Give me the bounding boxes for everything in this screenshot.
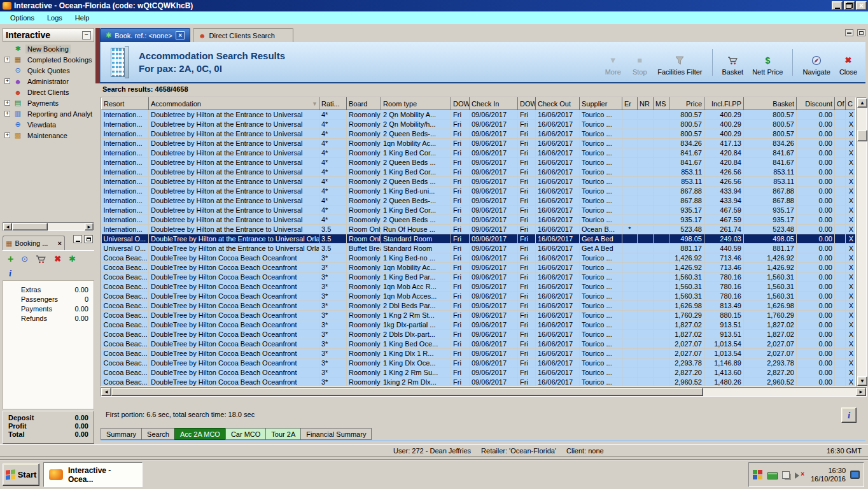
expand-icon[interactable]: + — [4, 78, 10, 84]
scroll-right-icon[interactable]: ► — [856, 388, 866, 396]
stop-button[interactable]: ■ Stop — [629, 48, 650, 77]
column-header[interactable]: Supplier — [580, 98, 622, 110]
tab-summary[interactable]: Summary — [101, 428, 142, 440]
column-header[interactable]: Discount — [797, 98, 835, 110]
table-row[interactable]: Cocoa Beac...DoubleTree by Hilton Cocoa … — [102, 349, 857, 358]
column-header[interactable]: Resort — [102, 98, 149, 110]
column-header[interactable]: NR — [638, 98, 654, 110]
sidebar-item-reporting[interactable]: + ▥ Reporting and Analyt — [3, 108, 94, 119]
booking-quote-button[interactable]: ⊙ — [21, 254, 28, 264]
booking-maximize-button[interactable] — [84, 235, 93, 243]
tab-search[interactable]: Search — [141, 428, 175, 440]
scroll-up-icon[interactable]: ▲ — [857, 98, 867, 108]
table-row[interactable]: Universal O...DoubleTree by Hilton at th… — [102, 244, 857, 253]
booking-basket-button[interactable] — [36, 255, 46, 264]
sidebar-collapse-button[interactable]: − — [82, 31, 91, 39]
booking-stat-row[interactable]: Extras 0.00 — [3, 285, 94, 294]
tab-financial-summary[interactable]: Financial Summary — [300, 428, 372, 440]
minimize-button[interactable] — [832, 1, 843, 10]
booking-minimize-button[interactable] — [73, 235, 82, 243]
toolbar-button[interactable] — [792, 49, 793, 76]
sidebar-item-payments[interactable]: + ▤ Payments — [3, 97, 94, 108]
booking-stat-row[interactable]: Payments 0.00 — [3, 304, 94, 313]
taskbar-task-interactive[interactable]: Interactive - Ocea... — [43, 462, 143, 487]
hardware-icon[interactable] — [782, 471, 790, 479]
panel-maximize-button[interactable] — [857, 29, 865, 36]
table-row[interactable]: Internation...Doubletree by Hilton at th… — [102, 167, 857, 177]
toolbar-button[interactable] — [712, 49, 713, 76]
muted-speaker-icon[interactable]: × — [794, 470, 804, 480]
table-hscrollbar[interactable]: ◄ ► — [101, 387, 867, 397]
booking-add-button[interactable]: + — [8, 253, 13, 265]
sidebar-item-quick-quotes[interactable]: + ⊙ Quick Quotes — [3, 65, 94, 76]
column-header[interactable]: Board — [347, 98, 381, 110]
column-header[interactable]: Check In — [470, 98, 518, 110]
scroll-thumb[interactable] — [857, 130, 867, 141]
table-row[interactable]: Cocoa Beac...DoubleTree by Hilton Cocoa … — [102, 320, 857, 330]
panel-minimize-button[interactable] — [845, 29, 853, 36]
monitor-icon[interactable] — [850, 471, 860, 479]
menu-options[interactable]: Options — [4, 13, 41, 24]
column-header[interactable]: Room type — [381, 98, 451, 110]
table-row[interactable]: Cocoa Beac...DoubleTree by Hilton Cocoa … — [102, 253, 857, 263]
table-row[interactable]: Internation...Doubletree by Hilton at th… — [102, 129, 857, 139]
sidebar-item-completed-bookings[interactable]: + ▦ Completed Bookings — [3, 54, 94, 65]
booking-stat-row[interactable]: Refunds 0.00 — [3, 313, 94, 323]
more-button[interactable]: ▼ More — [602, 48, 624, 77]
table-row[interactable]: Internation...Doubletree by Hilton at th… — [102, 177, 857, 187]
table-row[interactable]: Internation...Doubletree by Hilton at th… — [102, 110, 857, 120]
menu-logs[interactable]: Logs — [41, 13, 69, 24]
table-row[interactable]: Cocoa Beac...DoubleTree by Hilton Cocoa … — [102, 282, 857, 292]
scroll-thumb[interactable] — [111, 388, 703, 396]
table-row[interactable]: Cocoa Beac...DoubleTree by Hilton Cocoa … — [102, 311, 857, 320]
column-header[interactable]: Basket — [744, 98, 797, 110]
table-vscrollbar[interactable]: ▲ ▼ — [857, 97, 867, 386]
table-row[interactable]: Internation...Doubletree by Hilton at th… — [102, 196, 857, 206]
tab-acc-2a-mco[interactable]: Acc 2A MCO — [174, 428, 226, 440]
table-row[interactable]: Internation...Doubletree by Hilton at th… — [102, 187, 857, 196]
info-icon[interactable]: i — [9, 268, 11, 279]
column-header[interactable]: C — [846, 98, 857, 110]
column-header[interactable]: Of — [835, 98, 846, 110]
booking-new-button[interactable]: ✱ — [69, 254, 76, 264]
info-button[interactable]: i — [841, 408, 857, 423]
column-header[interactable]: Check Out — [536, 98, 580, 110]
booking-tab[interactable]: ▦ Booking ... × — [3, 236, 65, 250]
booking-delete-button[interactable]: ✖ — [54, 254, 61, 264]
booking-tab-close-icon[interactable]: × — [58, 239, 62, 247]
close-window-button[interactable]: × — [856, 1, 867, 10]
table-row[interactable]: Cocoa Beac...DoubleTree by Hilton Cocoa … — [102, 301, 857, 311]
tab-car-mco[interactable]: Car MCO — [225, 428, 266, 440]
expand-icon[interactable]: + — [4, 57, 10, 62]
sidebar-item-viewdata[interactable]: + ⊕ Viewdata — [3, 119, 94, 130]
table-row[interactable]: Internation...Doubletree by Hilton at th… — [102, 139, 857, 148]
scroll-down-icon[interactable]: ▼ — [857, 376, 867, 386]
column-header[interactable]: DOW — [451, 98, 470, 110]
scroll-left-icon[interactable]: ◄ — [3, 223, 12, 230]
scroll-right-icon[interactable]: ► — [85, 223, 94, 230]
table-row[interactable]: Cocoa Beac...DoubleTree by Hilton Cocoa … — [102, 330, 857, 339]
table-row[interactable]: Cocoa Beac...DoubleTree by Hilton Cocoa … — [102, 358, 857, 368]
sidebar-item-new-booking[interactable]: + ✱ New Booking — [3, 43, 94, 54]
column-header[interactable]: MS — [654, 98, 669, 110]
column-header[interactable]: Accommodation▼ — [149, 98, 319, 110]
table-row[interactable]: Internation...Doubletree by Hilton at th… — [102, 225, 857, 234]
tab-tour-2a[interactable]: Tour 2A — [265, 428, 301, 440]
table-row[interactable]: Internation...Doubletree by Hilton at th… — [102, 158, 857, 167]
restore-button[interactable] — [844, 1, 855, 10]
tab-direct-clients-search[interactable]: ☻ Direct Clients Search — [193, 28, 293, 42]
table-row[interactable]: Internation...Doubletree by Hilton at th… — [102, 206, 857, 215]
expand-icon[interactable]: + — [4, 111, 10, 117]
table-row[interactable]: Cocoa Beac...DoubleTree by Hilton Cocoa … — [102, 263, 857, 273]
table-row[interactable]: Internation...Doubletree by Hilton at th… — [102, 215, 857, 225]
sidebar-item-direct-clients[interactable]: + ☻ Direct Clients — [3, 87, 94, 97]
menu-help[interactable]: Help — [69, 13, 96, 24]
column-header[interactable]: Er — [622, 98, 638, 110]
scroll-left-icon[interactable]: ◄ — [101, 388, 111, 396]
tab-close-icon[interactable]: × — [176, 31, 185, 39]
sidebar-hscrollbar[interactable]: ◄ ► — [3, 222, 94, 231]
basket-button[interactable]: Basket — [720, 48, 746, 77]
nett-price-button[interactable]: $ Nett Price — [750, 48, 785, 77]
column-header[interactable]: Incl.Fl.PP — [704, 98, 744, 110]
tab-book-ref[interactable]: ✱ Book. ref.: <none> × — [100, 28, 190, 42]
